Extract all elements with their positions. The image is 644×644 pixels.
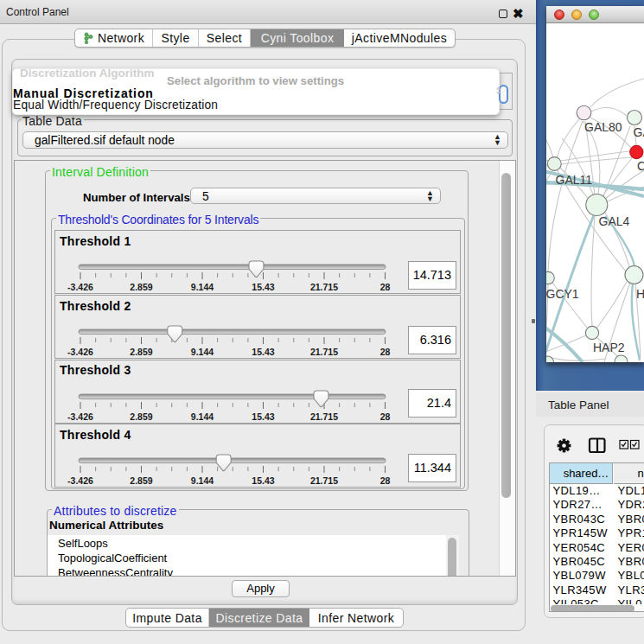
svg-text:2.859: 2.859 bbox=[130, 475, 152, 486]
svg-text:CYC: CYC bbox=[637, 159, 644, 173]
svg-text:21.715: 21.715 bbox=[310, 475, 338, 486]
svg-text:-3.426: -3.426 bbox=[67, 347, 93, 357]
svg-text:21.715: 21.715 bbox=[310, 347, 338, 357]
svg-text:HAP2: HAP2 bbox=[593, 341, 625, 354]
svg-text:15.43: 15.43 bbox=[252, 347, 274, 357]
svg-text:2.859: 2.859 bbox=[130, 347, 152, 357]
svg-text:-3.426: -3.426 bbox=[67, 475, 93, 486]
svg-text:GAL80: GAL80 bbox=[584, 120, 622, 134]
svg-text:-3.426: -3.426 bbox=[67, 282, 93, 292]
svg-text:21.715: 21.715 bbox=[310, 282, 338, 292]
svg-text:28: 28 bbox=[380, 411, 391, 422]
svg-text:-3.426: -3.426 bbox=[67, 411, 93, 422]
svg-text:9.144: 9.144 bbox=[191, 475, 214, 486]
svg-text:9.144: 9.144 bbox=[191, 282, 214, 292]
svg-text:GCY1: GCY1 bbox=[546, 287, 579, 301]
svg-text:21.715: 21.715 bbox=[310, 411, 338, 422]
svg-text:15.43: 15.43 bbox=[252, 411, 274, 422]
svg-text:2.859: 2.859 bbox=[130, 282, 152, 292]
svg-text:GAL3: GAL3 bbox=[634, 125, 644, 139]
svg-text:9.144: 9.144 bbox=[191, 347, 214, 357]
svg-text:9.144: 9.144 bbox=[191, 411, 214, 422]
svg-text:28: 28 bbox=[380, 282, 391, 292]
svg-text:2.859: 2.859 bbox=[130, 411, 152, 422]
svg-text:15.43: 15.43 bbox=[252, 475, 274, 486]
svg-text:GAL11: GAL11 bbox=[556, 173, 593, 187]
svg-text:GAL4: GAL4 bbox=[599, 214, 630, 228]
svg-text:HIS: HIS bbox=[636, 287, 644, 301]
svg-text:15.43: 15.43 bbox=[252, 282, 274, 292]
svg-text:28: 28 bbox=[380, 475, 391, 486]
svg-text:28: 28 bbox=[380, 347, 391, 357]
